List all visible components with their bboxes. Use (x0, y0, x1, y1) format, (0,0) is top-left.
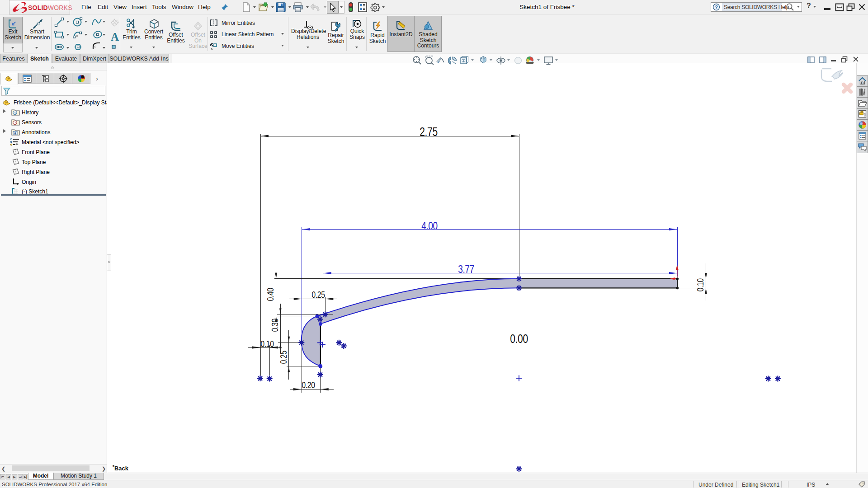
svg-text:A: A (111, 31, 119, 43)
svg-text:?: ? (715, 5, 718, 10)
svg-text:A: A (14, 131, 17, 136)
